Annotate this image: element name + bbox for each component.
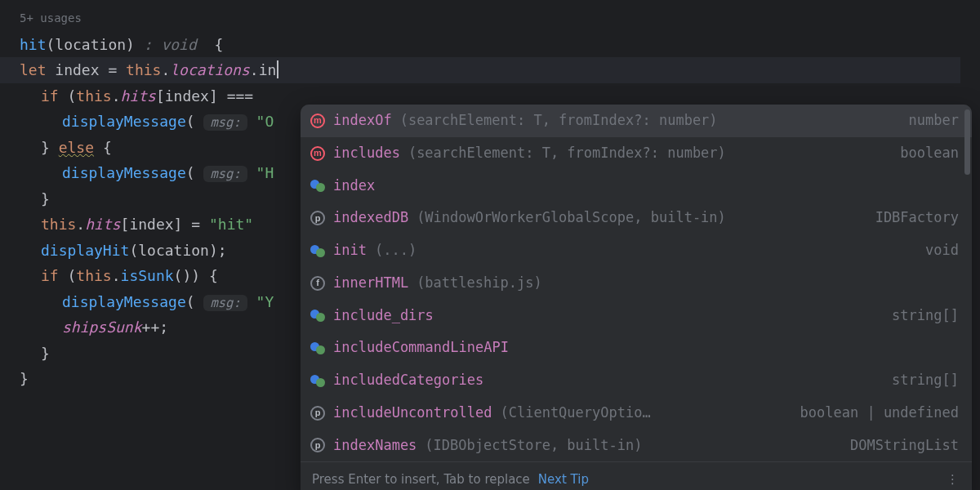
completion-name: includeUncontrolled [333, 401, 492, 425]
completion-item[interactable]: includedCategoriesstring[] [301, 364, 972, 397]
completion-signature: (IDBObjectStore, built-in) [425, 434, 642, 458]
completion-signature: (ClientQueryOptio… [500, 401, 650, 425]
completion-name: includeCommandLineAPI [333, 336, 509, 360]
completion-signature: (...) [375, 238, 416, 263]
scrollbar-thumb[interactable] [964, 109, 970, 175]
more-options-icon[interactable]: ⋮ [947, 469, 960, 490]
completion-return-type: string[] [879, 304, 959, 328]
completion-return-type: IDBFactory [862, 206, 959, 230]
field-icon: f [310, 276, 325, 291]
popup-scrollbar[interactable] [964, 109, 970, 463]
completion-item[interactable]: index [301, 170, 972, 203]
completion-item[interactable]: pincludeUncontrolled (ClientQueryOptio…b… [301, 397, 972, 430]
code-line: hit(location) : void { [20, 32, 980, 58]
completion-return-type: void [912, 238, 959, 263]
completion-return-type: boolean | undefined [787, 401, 959, 425]
completion-name: indexedDB [333, 206, 408, 230]
footer-hint: Press Enter to insert, Tab to replace [312, 469, 530, 490]
completion-signature: (searchElement: T, fromIndex?: number) [408, 141, 726, 166]
completion-name: innerHTML [333, 271, 408, 296]
property-icon: p [310, 438, 325, 452]
popup-footer: Press Enter to insert, Tab to replace Ne… [301, 461, 972, 490]
completion-return-type: boolean [887, 141, 959, 166]
global-icon [310, 243, 325, 258]
autocomplete-popup[interactable]: mindexOf(searchElement: T, fromIndex?: n… [301, 105, 972, 490]
code-line-active: let index = this.locations.in [0, 57, 960, 83]
squiggle-warning: else [59, 139, 94, 156]
completion-item[interactable]: init(...)void [301, 234, 972, 267]
completion-name: includedCategories [333, 368, 483, 393]
completion-signature: (WindowOrWorkerGlobalScope, built-in) [416, 206, 726, 230]
completion-return-type: number [896, 109, 959, 133]
completion-item[interactable]: mindexOf(searchElement: T, fromIndex?: n… [301, 105, 972, 137]
completion-item[interactable]: finnerHTML (battleship.js) [301, 267, 972, 300]
text-caret [277, 60, 278, 78]
next-tip-link[interactable]: Next Tip [538, 469, 589, 490]
global-icon [310, 341, 325, 355]
method-icon: m [310, 146, 325, 161]
completion-return-type: DOMStringList [837, 434, 959, 458]
global-icon [310, 308, 325, 323]
usages-hint[interactable]: 5+ usages [20, 8, 980, 29]
completion-name: indexNames [333, 434, 416, 458]
completion-name: include_dirs [333, 304, 434, 328]
completion-name: index [333, 174, 375, 198]
completion-item[interactable]: mincludes(searchElement: T, fromIndex?: … [301, 137, 972, 170]
completion-name: init [333, 238, 367, 263]
completion-item[interactable]: includeCommandLineAPI [301, 332, 972, 364]
completion-signature: (searchElement: T, fromIndex?: number) [400, 109, 718, 133]
property-icon: p [310, 406, 325, 421]
completion-item[interactable]: include_dirsstring[] [301, 300, 972, 332]
function-name: hit [20, 36, 47, 53]
method-icon: m [310, 114, 325, 128]
completion-item[interactable]: pindexNames (IDBObjectStore, built-in)DO… [301, 430, 972, 462]
global-icon [310, 373, 325, 388]
completion-return-type: string[] [879, 368, 959, 393]
global-icon [310, 178, 325, 193]
property-icon: p [310, 211, 325, 225]
completion-name: includes [333, 141, 400, 166]
completion-item[interactable]: pindexedDB (WindowOrWorkerGlobalScope, b… [301, 202, 972, 234]
completion-name: indexOf [333, 109, 392, 133]
completion-signature: (battleship.js) [416, 271, 542, 296]
